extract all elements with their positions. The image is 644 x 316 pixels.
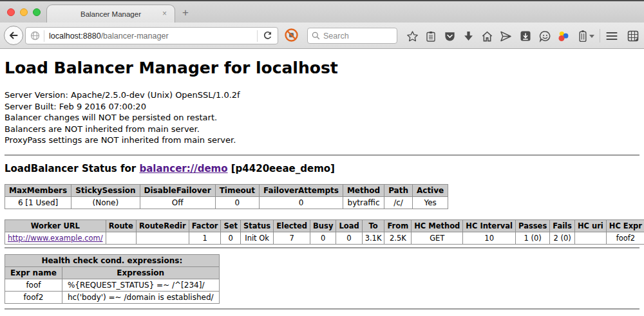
cell-timeout: 0 [215,196,259,209]
cell-worker-url: http://www.example.com/ [5,232,106,244]
col-hc-expr: HC Expr [606,219,644,232]
col-from: From [384,219,412,232]
col-stickysession: StickySession [71,184,140,196]
balancer-settings-table: MaxMembers StickySession DisableFailover… [5,184,448,209]
chat-smiley-icon[interactable] [538,29,552,43]
inherit-warning-line: Balancers are NOT inherited from main se… [5,124,639,135]
cell-hc-method: GET [412,232,463,244]
reload-icon [263,31,272,41]
pocket-icon[interactable] [442,29,457,43]
cell-stickysession: (None) [71,196,140,209]
cell-failoverattempts: 0 [260,196,343,209]
home-icon[interactable] [480,29,494,43]
cell-load: 0 [336,232,362,244]
persist-warning-line: Balancer changes will NOT be persisted o… [5,112,639,124]
site-identity-box[interactable] [26,31,44,41]
health-check-table: Health check cond. expressions: Expr nam… [5,254,220,304]
col-fails: Fails [550,219,575,232]
cell-active: Yes [412,196,448,209]
url-bar[interactable]: localhost:8880/balancer-manager [25,27,278,44]
cell-from: 2.5K [384,232,412,244]
section-divider [5,154,639,156]
colored-dots-icon[interactable] [556,29,571,43]
reload-button[interactable] [258,31,278,41]
search-input[interactable] [323,32,388,41]
search-bar[interactable] [307,28,397,44]
status-heading-suffix: [p4420eeae_demo] [228,163,335,174]
col-to: To [362,219,384,232]
col-worker-url: Worker URL [5,219,106,232]
tab-balancer-manager[interactable]: Balancer Manager × [46,5,175,23]
cell-status: Init Ok [241,232,274,244]
page-content: Load Balancer Manager for localhost Serv… [0,59,644,310]
worker-row: http://www.example.com/ 1 0 Init Ok 7 0 … [5,232,644,244]
table-header-row: Expr name Expression [5,266,220,279]
download-box-icon[interactable] [518,29,533,43]
cell-expression: %{REQUEST_STATUS} =~ /^[234]/ [62,279,219,291]
cell-hc-expr: foof2 [606,232,644,244]
expr-row: foof2 hc('body') =~ /domain is establish… [5,291,220,303]
title-bar: Balancer Manager × + [0,0,644,23]
grid-icon[interactable] [626,29,640,43]
cell-disablefailover: Off [140,196,215,209]
zoom-window-button[interactable] [33,8,41,16]
loadbalancer-status-heading: LoadBalancer Status for balancer://demo … [5,163,639,174]
globe-icon [30,31,40,41]
col-hc-method: HC Method [412,219,463,232]
col-timeout: Timeout [215,184,259,196]
back-button[interactable] [4,26,23,45]
col-path: Path [384,184,413,196]
balancer-demo-link[interactable]: balancer://demo [139,163,227,174]
col-set: Set [221,219,241,232]
cell-hc-interval: 10 [463,232,516,244]
cell-routeredir [136,232,189,244]
menu-icon[interactable] [605,29,619,43]
col-failoverattempts: FailoverAttempts [260,184,343,196]
col-load: Load [336,219,362,232]
reading-list-icon[interactable] [424,29,438,43]
cell-route [106,232,136,244]
tab-close-icon[interactable]: × [162,9,167,18]
cell-expression: hc('body') =~ /domain is established/ [62,291,219,303]
server-info: Server Version: Apache/2.5.0-dev (Unix) … [5,89,639,146]
back-arrow-icon [8,30,19,41]
browser-window: Balancer Manager × + localhost:8880/bala… [0,0,644,316]
col-elected: Elected [274,219,310,232]
cell-elected: 7 [274,232,310,244]
proxypass-warning-line: ProxyPass settings are NOT inherited fro… [5,135,639,146]
minimize-window-button[interactable] [20,8,28,16]
health-table-title: Health check cond. expressions: [5,254,220,266]
worker-table: Worker URL Route RouteRedir Factor Set S… [5,219,644,245]
search-icon [312,32,320,40]
server-built-line: Server Built: Feb 9 2016 07:00:20 [5,101,639,113]
cell-hc-uri [574,232,606,244]
bookmark-star-icon[interactable] [405,29,419,43]
downloads-icon[interactable] [461,29,475,43]
table-row: 6 [1 Used] (None) Off 0 0 bytraffic /c/ … [5,196,448,209]
col-routeredir: RouteRedir [136,219,189,232]
col-passes: Passes [516,219,550,232]
new-tab-button[interactable]: + [182,6,189,19]
dropdown-caret-icon[interactable] [588,29,596,43]
url-path: /balancer-manager [101,32,169,41]
url-input[interactable]: localhost:8880/balancer-manager [44,32,257,41]
tab-title: Balancer Manager [80,10,141,18]
col-status: Status [241,219,274,232]
col-expression: Expression [62,266,219,279]
url-host: localhost:8880 [49,32,101,41]
send-icon[interactable] [498,29,513,43]
col-active: Active [412,184,448,196]
cell-path: /c/ [384,196,413,209]
bottom-divider [5,308,639,310]
col-factor: Factor [189,219,221,232]
cell-busy: 0 [310,232,336,244]
table-header-row: MaxMembers StickySession DisableFailover… [5,184,448,196]
worker-url-link[interactable]: http://www.example.com/ [8,234,103,243]
cell-expr-name: foof2 [5,291,62,303]
page-title: Load Balancer Manager for localhost [5,59,639,77]
cell-set: 0 [221,232,241,244]
col-route: Route [106,219,136,232]
section-divider [5,247,639,248]
content-blocked-icon[interactable] [284,28,299,42]
close-window-button[interactable] [7,8,15,16]
